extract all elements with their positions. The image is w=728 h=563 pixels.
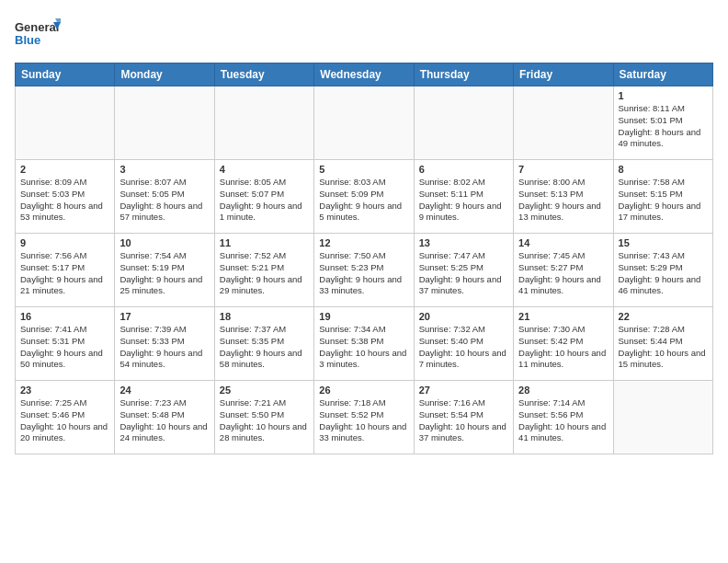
day-cell: 1Sunrise: 8:11 AM Sunset: 5:01 PM Daylig… — [613, 86, 712, 160]
day-info: Sunrise: 7:16 AM Sunset: 5:54 PM Dayligh… — [419, 397, 508, 444]
day-cell: 23Sunrise: 7:25 AM Sunset: 5:46 PM Dayli… — [16, 381, 115, 454]
day-info: Sunrise: 7:39 AM Sunset: 5:33 PM Dayligh… — [119, 324, 209, 371]
logo: General Blue — [15, 15, 61, 55]
day-cell: 21Sunrise: 7:30 AM Sunset: 5:42 PM Dayli… — [514, 307, 613, 381]
day-number: 21 — [518, 311, 608, 322]
day-info: Sunrise: 8:07 AM Sunset: 5:05 PM Dayligh… — [119, 177, 209, 224]
week-row-4: 16Sunrise: 7:41 AM Sunset: 5:31 PM Dayli… — [16, 307, 713, 381]
day-cell — [16, 86, 115, 160]
day-number: 11 — [220, 237, 309, 248]
header: General Blue — [15, 15, 713, 55]
calendar: SundayMondayTuesdayWednesdayThursdayFrid… — [15, 63, 713, 454]
day-number: 7 — [518, 164, 608, 175]
day-cell: 16Sunrise: 7:41 AM Sunset: 5:31 PM Dayli… — [16, 307, 115, 381]
day-info: Sunrise: 7:43 AM Sunset: 5:29 PM Dayligh… — [619, 250, 708, 297]
day-number: 18 — [220, 311, 309, 322]
day-info: Sunrise: 7:54 AM Sunset: 5:19 PM Dayligh… — [119, 250, 209, 297]
day-cell — [414, 86, 513, 160]
day-info: Sunrise: 7:28 AM Sunset: 5:44 PM Dayligh… — [619, 324, 708, 371]
day-info: Sunrise: 7:47 AM Sunset: 5:25 PM Dayligh… — [419, 250, 508, 297]
day-cell: 22Sunrise: 7:28 AM Sunset: 5:44 PM Dayli… — [613, 307, 712, 381]
day-cell: 17Sunrise: 7:39 AM Sunset: 5:33 PM Dayli… — [115, 307, 214, 381]
day-cell: 13Sunrise: 7:47 AM Sunset: 5:25 PM Dayli… — [414, 234, 513, 307]
svg-text:General: General — [15, 20, 59, 34]
day-cell: 15Sunrise: 7:43 AM Sunset: 5:29 PM Dayli… — [613, 234, 712, 307]
day-cell — [514, 86, 613, 160]
day-cell: 12Sunrise: 7:50 AM Sunset: 5:23 PM Dayli… — [314, 234, 414, 307]
day-info: Sunrise: 7:52 AM Sunset: 5:21 PM Dayligh… — [220, 250, 309, 297]
day-info: Sunrise: 7:18 AM Sunset: 5:52 PM Dayligh… — [319, 397, 408, 444]
day-cell — [613, 381, 712, 454]
day-number: 17 — [119, 311, 209, 322]
day-info: Sunrise: 7:58 AM Sunset: 5:15 PM Dayligh… — [619, 177, 708, 224]
day-info: Sunrise: 7:50 AM Sunset: 5:23 PM Dayligh… — [319, 250, 408, 297]
day-header-friday: Friday — [514, 63, 613, 86]
day-cell: 3Sunrise: 8:07 AM Sunset: 5:05 PM Daylig… — [115, 160, 214, 234]
day-header-saturday: Saturday — [613, 63, 712, 86]
day-info: Sunrise: 7:21 AM Sunset: 5:50 PM Dayligh… — [220, 397, 309, 444]
day-cell: 8Sunrise: 7:58 AM Sunset: 5:15 PM Daylig… — [613, 160, 712, 234]
day-number: 5 — [319, 164, 408, 175]
day-cell: 7Sunrise: 8:00 AM Sunset: 5:13 PM Daylig… — [514, 160, 613, 234]
day-info: Sunrise: 7:32 AM Sunset: 5:40 PM Dayligh… — [419, 324, 508, 371]
week-row-2: 2Sunrise: 8:09 AM Sunset: 5:03 PM Daylig… — [16, 160, 713, 234]
day-info: Sunrise: 8:03 AM Sunset: 5:09 PM Dayligh… — [319, 177, 408, 224]
day-cell: 4Sunrise: 8:05 AM Sunset: 5:07 PM Daylig… — [214, 160, 313, 234]
day-cell: 24Sunrise: 7:23 AM Sunset: 5:48 PM Dayli… — [115, 381, 214, 454]
day-number: 28 — [518, 385, 608, 396]
day-number: 2 — [20, 164, 109, 175]
day-number: 23 — [20, 385, 109, 396]
day-cell: 2Sunrise: 8:09 AM Sunset: 5:03 PM Daylig… — [16, 160, 115, 234]
day-number: 22 — [619, 311, 708, 322]
day-number: 20 — [419, 311, 508, 322]
day-info: Sunrise: 8:11 AM Sunset: 5:01 PM Dayligh… — [619, 103, 708, 150]
day-info: Sunrise: 8:02 AM Sunset: 5:11 PM Dayligh… — [419, 177, 508, 224]
day-cell: 19Sunrise: 7:34 AM Sunset: 5:38 PM Dayli… — [314, 307, 414, 381]
day-cell: 27Sunrise: 7:16 AM Sunset: 5:54 PM Dayli… — [414, 381, 513, 454]
day-info: Sunrise: 7:23 AM Sunset: 5:48 PM Dayligh… — [119, 397, 209, 444]
day-number: 13 — [419, 237, 508, 248]
day-info: Sunrise: 8:00 AM Sunset: 5:13 PM Dayligh… — [518, 177, 608, 224]
day-number: 3 — [119, 164, 209, 175]
day-number: 16 — [20, 311, 109, 322]
day-header-wednesday: Wednesday — [314, 63, 414, 86]
day-cell: 20Sunrise: 7:32 AM Sunset: 5:40 PM Dayli… — [414, 307, 513, 381]
day-cell: 26Sunrise: 7:18 AM Sunset: 5:52 PM Dayli… — [314, 381, 414, 454]
day-info: Sunrise: 7:41 AM Sunset: 5:31 PM Dayligh… — [20, 324, 109, 371]
day-number: 4 — [220, 164, 309, 175]
week-row-5: 23Sunrise: 7:25 AM Sunset: 5:46 PM Dayli… — [16, 381, 713, 454]
day-header-tuesday: Tuesday — [214, 63, 313, 86]
day-cell: 11Sunrise: 7:52 AM Sunset: 5:21 PM Dayli… — [214, 234, 313, 307]
day-info: Sunrise: 7:56 AM Sunset: 5:17 PM Dayligh… — [20, 250, 109, 297]
day-cell: 28Sunrise: 7:14 AM Sunset: 5:56 PM Dayli… — [514, 381, 613, 454]
day-number: 8 — [619, 164, 708, 175]
day-cell — [314, 86, 414, 160]
calendar-header-row: SundayMondayTuesdayWednesdayThursdayFrid… — [16, 63, 713, 86]
day-number: 24 — [119, 385, 209, 396]
day-number: 25 — [220, 385, 309, 396]
day-info: Sunrise: 7:45 AM Sunset: 5:27 PM Dayligh… — [518, 250, 608, 297]
day-number: 27 — [419, 385, 508, 396]
day-number: 14 — [518, 237, 608, 248]
day-number: 10 — [119, 237, 209, 248]
week-row-1: 1Sunrise: 8:11 AM Sunset: 5:01 PM Daylig… — [16, 86, 713, 160]
day-cell: 9Sunrise: 7:56 AM Sunset: 5:17 PM Daylig… — [16, 234, 115, 307]
day-info: Sunrise: 7:14 AM Sunset: 5:56 PM Dayligh… — [518, 397, 608, 444]
svg-text:Blue: Blue — [15, 33, 40, 47]
day-info: Sunrise: 7:34 AM Sunset: 5:38 PM Dayligh… — [319, 324, 408, 371]
day-header-thursday: Thursday — [414, 63, 513, 86]
day-info: Sunrise: 8:05 AM Sunset: 5:07 PM Dayligh… — [220, 177, 309, 224]
day-number: 6 — [419, 164, 508, 175]
day-number: 9 — [20, 237, 109, 248]
day-number: 12 — [319, 237, 408, 248]
day-number: 26 — [319, 385, 408, 396]
day-cell: 18Sunrise: 7:37 AM Sunset: 5:35 PM Dayli… — [214, 307, 313, 381]
day-cell: 25Sunrise: 7:21 AM Sunset: 5:50 PM Dayli… — [214, 381, 313, 454]
day-info: Sunrise: 7:37 AM Sunset: 5:35 PM Dayligh… — [220, 324, 309, 371]
day-header-monday: Monday — [115, 63, 214, 86]
day-info: Sunrise: 8:09 AM Sunset: 5:03 PM Dayligh… — [20, 177, 109, 224]
day-cell: 5Sunrise: 8:03 AM Sunset: 5:09 PM Daylig… — [314, 160, 414, 234]
day-cell — [115, 86, 214, 160]
page: General Blue SundayMondayTuesdayWednesda… — [0, 0, 728, 563]
day-cell: 10Sunrise: 7:54 AM Sunset: 5:19 PM Dayli… — [115, 234, 214, 307]
